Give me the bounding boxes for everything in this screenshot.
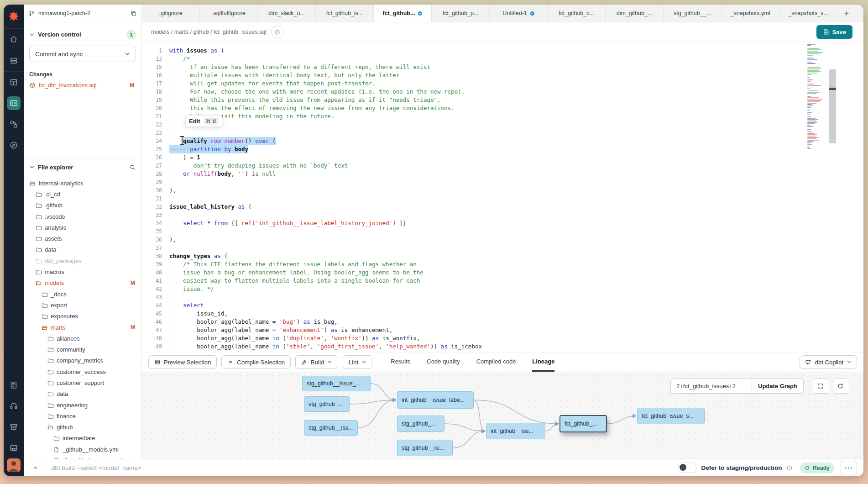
tree-item[interactable]: customer_support bbox=[24, 377, 141, 388]
user-avatar[interactable] bbox=[7, 458, 21, 472]
tree-item[interactable]: .github bbox=[24, 200, 141, 211]
code-line[interactable]: 39 /* This CTE flattens the different is… bbox=[142, 260, 863, 268]
lineage-node[interactable]: int_github__issue_labe... bbox=[397, 391, 474, 409]
code-line[interactable]: 17 will get updates for events that happ… bbox=[142, 79, 863, 88]
develop-icon[interactable] bbox=[4, 93, 24, 114]
lineage-selector-input[interactable] bbox=[670, 379, 752, 394]
fullscreen-button[interactable] bbox=[812, 379, 829, 394]
help-icon[interactable] bbox=[786, 465, 793, 471]
tree-item[interactable]: analysis bbox=[24, 222, 141, 233]
editor-tab[interactable]: fct_github_p... bbox=[432, 5, 490, 22]
update-graph-button[interactable]: Update Graph bbox=[752, 379, 804, 394]
editor-tab[interactable]: fct_github_is... bbox=[316, 5, 374, 22]
editor-tab[interactable]: _snapshots.yml bbox=[722, 5, 779, 22]
commit-and-sync-button[interactable]: Commit and sync bbox=[29, 46, 136, 62]
editor-tab[interactable]: .gitignore bbox=[142, 5, 200, 22]
lineage-node[interactable]: stg_github_... bbox=[397, 416, 444, 432]
new-tab-button[interactable] bbox=[837, 5, 856, 22]
tree-item[interactable]: exposures bbox=[24, 311, 141, 322]
editor-tab[interactable]: Untitled-1 bbox=[490, 5, 548, 22]
code-line[interactable]: 26 ) = 1 bbox=[142, 153, 863, 162]
code-line[interactable]: 48 boolor_agg(label_name in ('duplicate'… bbox=[142, 334, 863, 342]
command-input[interactable] bbox=[51, 464, 673, 472]
editor-tab[interactable]: fct_github... bbox=[374, 5, 432, 22]
code-line[interactable]: 13 /* bbox=[142, 55, 863, 63]
code-line[interactable]: 23 bbox=[142, 129, 863, 137]
deploy-icon[interactable] bbox=[4, 50, 24, 72]
edit-tooltip[interactable]: Edit ⌘ B bbox=[185, 115, 222, 127]
code-line[interactable]: 38change_types as ( bbox=[142, 252, 863, 260]
lineage-node[interactable]: fct_github_issue_s... bbox=[637, 408, 705, 424]
preview-selection-button[interactable]: Preview Selection bbox=[148, 355, 217, 369]
lineage-node[interactable]: stg_github_... bbox=[304, 396, 350, 412]
code-line[interactable]: 42 issue. */ bbox=[142, 285, 863, 293]
apps-icon[interactable] bbox=[4, 72, 24, 93]
tree-item[interactable]: export bbox=[24, 300, 141, 310]
code-line[interactable]: 37 bbox=[142, 244, 863, 252]
tree-item[interactable]: dbt_packages bbox=[24, 255, 141, 266]
tree-item[interactable]: .ci_cd bbox=[24, 189, 141, 200]
code-line[interactable]: 47 boolor_agg(label_name = 'enhancement'… bbox=[142, 326, 863, 334]
tree-item[interactable]: finance bbox=[24, 410, 141, 421]
search-icon[interactable] bbox=[129, 164, 136, 171]
tree-item[interactable]: engineering bbox=[24, 400, 141, 410]
tab-code-quality[interactable]: Code quality bbox=[427, 352, 460, 372]
editor-tab[interactable]: .sqlfluffignore bbox=[200, 5, 258, 22]
tree-item[interactable]: assets bbox=[24, 233, 141, 244]
code-line[interactable]: 43 bbox=[142, 293, 863, 301]
editor-tab[interactable]: _snapshots_s... bbox=[779, 5, 837, 22]
defer-toggle[interactable] bbox=[678, 463, 696, 473]
lineage-node[interactable]: stg_github__iss... bbox=[304, 420, 358, 436]
archive-icon[interactable] bbox=[4, 416, 24, 437]
changelog-icon[interactable] bbox=[4, 374, 24, 395]
changed-file-row[interactable]: fct_dbt_invocations.sql M bbox=[29, 82, 136, 89]
code-line[interactable]: 21 Let's revisit this modeling in the fu… bbox=[142, 112, 863, 121]
code-line[interactable]: 30), bbox=[142, 186, 863, 195]
tab-lineage[interactable]: Lineage bbox=[532, 352, 554, 372]
lint-button[interactable]: Lint bbox=[343, 355, 372, 369]
code-line[interactable]: 40 issue has a bug or enhancement label.… bbox=[142, 268, 863, 277]
tree-item[interactable]: github bbox=[24, 422, 141, 433]
tree-item[interactable]: data bbox=[24, 389, 141, 400]
lineage-node[interactable]: int_github__iss... bbox=[486, 423, 545, 439]
code-line[interactable]: 20 this has the effect of removing the n… bbox=[142, 104, 863, 112]
code-line[interactable]: 36), bbox=[142, 236, 863, 244]
panels-icon[interactable] bbox=[4, 437, 24, 458]
tree-item[interactable]: customer_success bbox=[24, 366, 141, 377]
lineage-node[interactable]: stg_github__re... bbox=[397, 440, 453, 456]
save-button[interactable]: Save bbox=[816, 25, 852, 39]
more-options-button[interactable]: ··· bbox=[841, 461, 857, 475]
code-line[interactable]: 34 select * from {{ ref('int_github__iss… bbox=[142, 219, 863, 227]
tree-item[interactable]: macros bbox=[24, 266, 141, 277]
code-line[interactable]: 32issue_label_history as ( bbox=[142, 203, 863, 211]
home-icon[interactable] bbox=[4, 29, 24, 50]
tree-item[interactable]: modelsM bbox=[24, 278, 141, 289]
code-line[interactable]: 41 easiest way to flatten multiple label… bbox=[142, 277, 863, 285]
code-line[interactable]: 33 bbox=[142, 211, 863, 219]
file-actions-icon[interactable] bbox=[271, 26, 284, 38]
tree-item[interactable]: dim_github__users.sql bbox=[24, 455, 141, 459]
tree-item[interactable]: _github__models.yml bbox=[24, 444, 141, 455]
tab-results[interactable]: Results bbox=[391, 352, 410, 372]
lineage-node[interactable]: stg_github__issue_... bbox=[302, 376, 371, 391]
dbt-copilot-button[interactable]: dbt Copilot bbox=[800, 355, 857, 369]
code-line[interactable]: 19 While this prevents the old issue fro… bbox=[142, 96, 863, 104]
tree-item[interactable]: .vscode bbox=[24, 211, 141, 222]
refresh-button[interactable] bbox=[832, 379, 849, 394]
minimap[interactable] bbox=[806, 44, 827, 149]
editor-tab[interactable]: fct_github_c... bbox=[548, 5, 606, 22]
compile-selection-button[interactable]: Compile Selection bbox=[221, 355, 291, 369]
code-line[interactable]: 46 boolor_agg(label_name = 'bug') as is_… bbox=[142, 318, 863, 326]
file-explorer-header[interactable]: File explorer bbox=[24, 158, 141, 176]
code-line[interactable]: 35 bbox=[142, 227, 863, 236]
tree-item[interactable]: company_metrics bbox=[24, 355, 141, 366]
code-line[interactable]: 15 If an issue has been transferred to a… bbox=[142, 63, 863, 71]
code-line[interactable]: 44 select bbox=[142, 301, 863, 310]
lineage-node-selected[interactable]: fct_github_... bbox=[559, 415, 607, 432]
editor-tab[interactable]: dim_github_... bbox=[606, 5, 664, 22]
build-button[interactable]: Build bbox=[295, 355, 338, 369]
tree-item[interactable]: data bbox=[24, 244, 141, 255]
expand-command-bar-icon[interactable] bbox=[29, 462, 41, 474]
code-line[interactable]: 16 multiple issues with identical body t… bbox=[142, 71, 863, 79]
dag-icon[interactable] bbox=[4, 114, 24, 135]
